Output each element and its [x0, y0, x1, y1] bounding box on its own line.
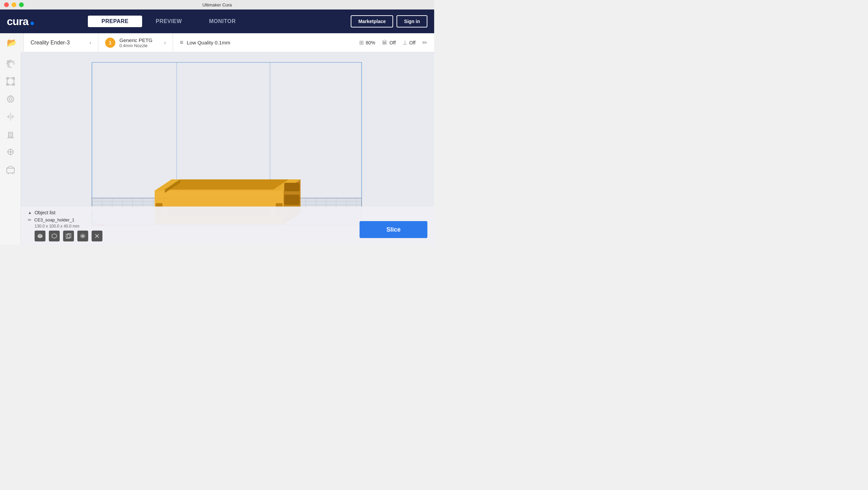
svg-text:M: M: [82, 235, 84, 237]
material-info: Generic PETG 0.4mm Nozzle: [119, 37, 153, 48]
svg-marker-15: [12, 115, 14, 119]
cube-solid-icon: [37, 233, 43, 239]
svg-rect-23: [7, 168, 14, 173]
edit-object-icon[interactable]: ✏: [28, 217, 32, 222]
header-actions: Marketplace Sign in: [351, 15, 427, 27]
close-button[interactable]: [4, 2, 9, 7]
printer-selector[interactable]: Creality Ender-3 ‹: [24, 33, 98, 52]
marketplace-button[interactable]: Marketplace: [351, 15, 393, 27]
svg-rect-7: [6, 77, 9, 80]
mirror-tool-button[interactable]: [3, 109, 18, 124]
svg-marker-5: [14, 63, 15, 65]
svg-rect-17: [7, 137, 14, 138]
collapse-icon[interactable]: ▲: [28, 210, 32, 215]
action-cube-solid[interactable]: [35, 231, 45, 241]
support-setting[interactable]: 🏛 Off: [382, 40, 396, 46]
svg-marker-102: [52, 234, 57, 238]
per-model-icon: M: [80, 233, 86, 239]
action-delete[interactable]: [92, 231, 102, 241]
action-per-model[interactable]: M: [77, 231, 88, 241]
tab-preview[interactable]: PREVIEW: [142, 16, 195, 27]
svg-marker-14: [7, 115, 9, 119]
svg-rect-9: [6, 83, 9, 86]
tab-prepare[interactable]: PREPARE: [88, 16, 142, 27]
rotate-tool-button[interactable]: [3, 92, 18, 106]
window-controls[interactable]: [4, 2, 24, 7]
material-nozzle: 0.4mm Nozzle: [119, 43, 153, 48]
object-list-header: ▲ Object list: [28, 210, 427, 215]
toolbar: 📂 Creality Ender-3 ‹ 1 Generic PETG 0.4m…: [0, 33, 434, 52]
delete-icon: [94, 233, 100, 239]
signin-button[interactable]: Sign in: [397, 15, 427, 27]
slice-button[interactable]: Slice: [360, 221, 427, 238]
printer-name: Creality Ender-3: [31, 40, 70, 46]
svg-point-12: [9, 98, 12, 100]
tab-monitor[interactable]: MONITOR: [195, 16, 249, 27]
support-tool-button[interactable]: [3, 127, 18, 142]
clip-icon: [6, 165, 15, 174]
quality-icon: ≡: [180, 39, 184, 46]
material-badge: 1: [105, 38, 115, 48]
support-icon: [6, 130, 15, 139]
window-title: Ultimaker Cura: [202, 2, 232, 7]
sidebar-tools: [0, 52, 21, 245]
object-settings-icon: [6, 147, 15, 157]
adhesion-label: Off: [409, 40, 416, 45]
toolbar-right: ⊞ 80% 🏛 Off ⊥ Off ✏: [352, 39, 434, 46]
svg-point-21: [9, 151, 12, 153]
action-cube-copy[interactable]: [63, 231, 74, 241]
scale-tool-button[interactable]: [3, 74, 18, 89]
svg-line-25: [11, 166, 14, 168]
material-name: Generic PETG: [119, 37, 153, 43]
svg-marker-79: [165, 179, 289, 190]
action-cube-outline[interactable]: [49, 231, 60, 241]
maximize-button[interactable]: [19, 2, 24, 7]
object-name: CE3_soap_holder_1: [34, 217, 75, 222]
support-icon: 🏛: [382, 40, 387, 46]
infill-setting[interactable]: ⊞ 80%: [359, 39, 375, 46]
svg-rect-1: [7, 61, 14, 63]
viewport[interactable]: ▲ Object list ✏ CE3_soap_holder_1 130.0 …: [21, 52, 434, 245]
settings-edit-icon[interactable]: ✏: [422, 39, 427, 46]
header: cura PREPARE PREVIEW MONITOR Marketplace…: [0, 9, 434, 33]
mirror-icon: [6, 112, 15, 121]
rotate-icon: [6, 94, 15, 104]
svg-marker-2: [9, 59, 12, 61]
object-settings-button[interactable]: [3, 144, 18, 159]
minimize-button[interactable]: [12, 2, 16, 7]
logo: cura: [7, 15, 34, 28]
logo-dot: [31, 22, 34, 25]
clip-tool-button[interactable]: [3, 162, 18, 177]
adhesion-icon: ⊥: [403, 39, 407, 46]
title-bar: Ultimaker Cura: [0, 0, 434, 9]
folder-icon: 📂: [7, 38, 17, 47]
quality-selector[interactable]: ≡ Low Quality 0.1mm: [173, 33, 352, 52]
move-icon: [6, 59, 15, 68]
material-chevron-icon: ‹: [164, 40, 166, 46]
object-list-label: Object list: [35, 210, 55, 215]
svg-rect-10: [12, 83, 15, 86]
logo-text: cura: [7, 15, 28, 28]
main-content: ▲ Object list ✏ CE3_soap_holder_1 130.0 …: [0, 52, 434, 245]
svg-rect-82: [284, 195, 300, 205]
cube-outline-icon: [51, 233, 57, 239]
adhesion-setting[interactable]: ⊥ Off: [403, 39, 416, 46]
support-label: Off: [389, 40, 396, 45]
copy-icon: [65, 233, 72, 239]
svg-marker-4: [6, 63, 7, 65]
quality-text: Low Quality 0.1mm: [187, 40, 230, 45]
svg-marker-3: [9, 67, 12, 68]
material-selector[interactable]: 1 Generic PETG 0.4mm Nozzle ‹: [98, 33, 173, 52]
svg-rect-8: [12, 77, 15, 80]
svg-line-24: [7, 166, 11, 168]
infill-label: 80%: [366, 40, 375, 45]
scale-icon: [6, 77, 15, 86]
nav-tabs: PREPARE PREVIEW MONITOR: [88, 16, 249, 27]
svg-rect-83: [284, 183, 300, 191]
printer-chevron-icon: ‹: [90, 40, 91, 46]
folder-button[interactable]: 📂: [0, 33, 24, 52]
move-tool-button[interactable]: [3, 56, 18, 71]
infill-icon: ⊞: [359, 39, 364, 46]
